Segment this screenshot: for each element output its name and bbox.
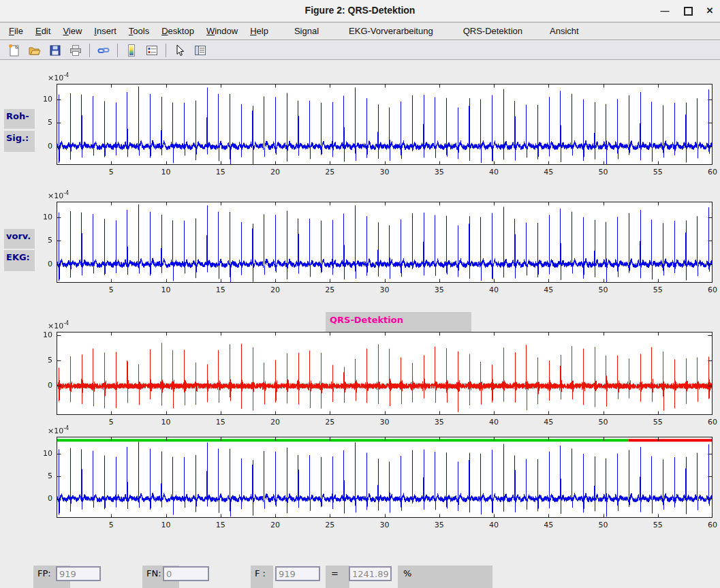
insert-colorbar-button[interactable] xyxy=(121,42,142,59)
menu-bar: FileEditViewInsertToolsDesktopWindowHelp… xyxy=(0,22,720,40)
menu-help[interactable]: Help xyxy=(244,26,275,36)
maximize-button[interactable] xyxy=(680,4,695,18)
open-file-button[interactable] xyxy=(25,42,45,59)
x-axis-tick-label: 5 xyxy=(102,168,120,176)
x-axis-tick-label: 60 xyxy=(704,285,720,294)
x-axis-tick-label: 50 xyxy=(595,168,612,176)
x-axis-tick-label: 20 xyxy=(266,168,284,176)
x-axis-tick-label: 15 xyxy=(212,168,230,176)
x-axis-tick-label: 25 xyxy=(321,521,339,529)
y-axis-tick-label: 10 xyxy=(31,213,52,221)
open-file-icon xyxy=(28,44,42,57)
edit-plot-button[interactable] xyxy=(170,42,190,59)
menu-window[interactable]: Window xyxy=(200,26,244,36)
percent-field[interactable] xyxy=(349,566,392,581)
x-axis-tick-label: 10 xyxy=(157,521,175,529)
menu-tools[interactable]: Tools xyxy=(123,26,155,36)
x-axis-tick-label: 5 xyxy=(102,285,120,294)
print-figure-icon xyxy=(69,44,82,57)
menu-file[interactable]: File xyxy=(3,26,29,36)
percent-sign-label: % xyxy=(398,566,492,588)
x-axis-tick-label: 60 xyxy=(704,521,720,529)
fp-field[interactable] xyxy=(56,566,101,581)
x-axis-tick-label: 5 xyxy=(102,521,120,529)
insert-legend-icon xyxy=(145,44,159,57)
y-axis-exponent-label: ×10-4 xyxy=(48,425,69,435)
x-axis-tick-label: 15 xyxy=(212,521,230,529)
x-axis-tick-label: 55 xyxy=(649,285,667,294)
x-axis-tick-label: 30 xyxy=(376,521,394,529)
x-axis-tick-label: 5 xyxy=(102,418,120,427)
x-axis-tick-label: 35 xyxy=(431,418,448,427)
x-axis-tick-label: 20 xyxy=(266,418,284,427)
save-figure-icon xyxy=(48,44,62,57)
new-figure-button[interactable] xyxy=(4,42,25,59)
x-axis-tick-label: 25 xyxy=(321,285,339,294)
menu-signal[interactable]: Signal xyxy=(288,26,325,36)
edit-plot-icon xyxy=(173,44,187,57)
toolbar-separator xyxy=(117,44,118,57)
y-axis-tick-label: 5 xyxy=(31,236,52,245)
plot-canvas xyxy=(57,84,713,165)
menu-edit[interactable]: Edit xyxy=(29,26,57,36)
y-axis-tick-label: 5 xyxy=(31,471,52,480)
x-axis-tick-label: 60 xyxy=(704,168,720,176)
maximize-icon xyxy=(684,7,693,16)
x-axis-tick-label: 25 xyxy=(321,418,339,427)
threshold-detection-plot xyxy=(57,437,713,518)
raw-signal-plot xyxy=(57,84,713,165)
fn-field[interactable] xyxy=(163,566,209,581)
y-axis-exponent-label: ×10-4 xyxy=(48,72,69,82)
save-figure-button[interactable] xyxy=(45,42,65,59)
y-axis-exponent-label: ×10-4 xyxy=(48,190,69,200)
y-axis-tick-label: 0 xyxy=(31,142,52,151)
x-axis-tick-label: 55 xyxy=(649,168,667,176)
plot-tools-icon xyxy=(193,44,207,57)
x-axis-tick-label: 25 xyxy=(321,168,339,176)
minimize-button[interactable]: — xyxy=(657,4,672,18)
x-axis-tick-label: 60 xyxy=(704,418,720,427)
menu-qrs-detektion[interactable]: QRS-Detektion xyxy=(457,26,529,36)
link-plot-button[interactable] xyxy=(93,42,114,59)
x-axis-tick-label: 50 xyxy=(595,521,612,529)
y-axis-tick-label: 5 xyxy=(31,356,52,365)
x-axis-tick-label: 40 xyxy=(485,285,503,294)
x-axis-tick-label: 20 xyxy=(266,521,284,529)
link-plot-icon xyxy=(97,44,110,57)
menu-view[interactable]: View xyxy=(57,26,88,36)
print-figure-button[interactable] xyxy=(65,42,86,59)
menu-ansicht[interactable]: Ansicht xyxy=(544,26,585,36)
window-title: Figure 2: QRS-Detektion xyxy=(0,5,720,16)
new-figure-icon xyxy=(7,44,21,57)
insert-colorbar-icon xyxy=(125,44,138,57)
figure-window: Figure 2: QRS-Detektion — ✕ FileEditView… xyxy=(0,0,720,588)
x-axis-tick-label: 55 xyxy=(649,521,667,529)
x-axis-tick-label: 10 xyxy=(157,285,175,294)
toolbar-separator xyxy=(89,44,90,57)
close-button[interactable]: ✕ xyxy=(702,4,717,18)
plot-tools-button[interactable] xyxy=(190,42,210,59)
x-axis-tick-label: 45 xyxy=(539,168,557,176)
plot-canvas xyxy=(57,202,713,283)
x-axis-tick-label: 35 xyxy=(431,285,448,294)
plot-canvas xyxy=(57,437,713,518)
y-axis-tick-label: 0 xyxy=(31,494,52,503)
titlebar[interactable]: Figure 2: QRS-Detektion — ✕ xyxy=(0,0,720,22)
y-axis-exponent-label: ×10-4 xyxy=(48,320,69,330)
y-axis-tick-label: 0 xyxy=(31,381,52,390)
x-axis-tick-label: 55 xyxy=(649,418,667,427)
x-axis-tick-label: 30 xyxy=(376,285,394,294)
equals-label: = xyxy=(326,566,349,588)
x-axis-tick-label: 30 xyxy=(376,418,394,427)
x-axis-tick-label: 15 xyxy=(212,285,230,294)
qrs-detektion-heading: QRS-Detektion xyxy=(326,312,471,332)
insert-legend-button[interactable] xyxy=(142,42,162,59)
f-label: F : xyxy=(251,566,273,588)
x-axis-tick-label: 45 xyxy=(539,521,557,529)
menu-insert[interactable]: Insert xyxy=(88,26,123,36)
menu-ekg-vorverarbeitung[interactable]: EKG-Vorverarbeitung xyxy=(343,26,439,36)
menu-desktop[interactable]: Desktop xyxy=(155,26,200,36)
x-axis-tick-label: 50 xyxy=(595,285,612,294)
f-field[interactable] xyxy=(275,566,320,581)
x-axis-tick-label: 40 xyxy=(485,168,503,176)
